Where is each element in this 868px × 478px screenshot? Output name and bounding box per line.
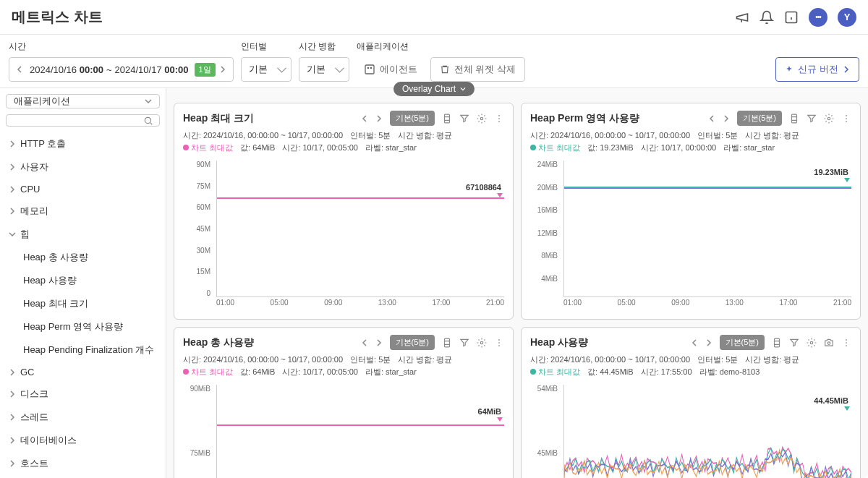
chart-plot[interactable]: 54MiB45MiB36MiB44.45MiB <box>530 385 851 478</box>
tree-parent-item[interactable]: 사용자 <box>6 155 160 179</box>
panel-next-button[interactable] <box>375 115 383 122</box>
tree-parent-item[interactable]: 힙 <box>6 223 160 246</box>
more-icon[interactable] <box>494 114 504 124</box>
more-icon[interactable] <box>841 114 851 124</box>
svg-point-14 <box>846 121 847 122</box>
tree-parent-item[interactable]: 데이터베이스 <box>6 429 160 452</box>
tree-item-label: 힙 <box>20 228 30 241</box>
meta-label: 라벨: star_star <box>365 367 417 377</box>
filter-icon[interactable] <box>789 338 799 348</box>
meta-value: 값: 64MiB <box>240 367 275 377</box>
toolbar-label-app: 애플리케이션 <box>357 40 525 53</box>
meta-max: 차트 최대값 <box>183 367 233 377</box>
time-prev-button[interactable] <box>12 59 27 80</box>
chart-plot[interactable]: 90MiB75MiB60MiB64MiB <box>183 385 504 478</box>
chart-callout-value: 19.23MiB <box>814 168 848 176</box>
tree-parent-item[interactable]: 디스크 <box>6 383 160 406</box>
panel-next-button[interactable] <box>375 339 383 346</box>
meta-interval: 인터벌: 5분 <box>697 354 738 365</box>
meta-time-at: 시간: 10/17, 00:00:00 <box>641 142 717 153</box>
overlay-chart-toggle[interactable]: Overlay Chart <box>393 82 475 96</box>
filter-icon[interactable] <box>807 114 817 124</box>
chevron-right-icon <box>9 437 16 444</box>
chevron-right-icon <box>9 369 16 376</box>
tree-child-item[interactable]: Heap 총 사용량 <box>6 246 160 269</box>
tree-parent-item[interactable]: 스레드 <box>6 406 160 429</box>
tree-child-item[interactable]: Heap Pending Finalization 개수 <box>6 338 160 362</box>
tree-parent-item[interactable]: CPU <box>6 179 160 200</box>
timer-icon[interactable] <box>772 338 782 348</box>
timer-icon[interactable] <box>789 114 799 124</box>
interval-badge: 기본(5분) <box>390 335 435 350</box>
panel-prev-button[interactable] <box>361 339 368 346</box>
filter-icon[interactable] <box>459 338 469 348</box>
chart-panels: Heap 최대 크기기본(5분)시간: 2024/10/16, 00:00:00… <box>166 88 868 478</box>
chat-icon[interactable]: ••• <box>809 8 827 27</box>
svg-point-9 <box>498 121 500 122</box>
meta-merge: 시간 병합: 평균 <box>398 354 452 365</box>
gear-icon[interactable] <box>824 114 834 124</box>
svg-point-23 <box>846 339 847 341</box>
chart-panel: Heap 총 사용량기본(5분)시간: 2024/10/16, 00:00:00… <box>174 327 514 478</box>
timer-icon[interactable] <box>442 338 452 348</box>
svg-point-11 <box>827 117 830 120</box>
svg-rect-15 <box>445 338 450 347</box>
tree-parent-item[interactable]: GC <box>6 362 160 383</box>
panel-prev-button[interactable] <box>361 115 368 122</box>
gear-icon[interactable] <box>807 338 817 348</box>
tree-child-item[interactable]: Heap 사용량 <box>6 269 160 292</box>
camera-icon[interactable] <box>824 338 834 348</box>
timer-icon[interactable] <box>442 114 452 124</box>
panel-prev-button[interactable] <box>708 115 715 122</box>
tree-item-label: Heap 최대 크기 <box>23 297 88 310</box>
meta-merge: 시간 병합: 평균 <box>745 354 799 365</box>
interval-select[interactable]: 기본 <box>241 57 292 82</box>
panel-title: Heap 최대 크기 <box>183 112 254 125</box>
tree-item-label: 사용자 <box>20 161 48 174</box>
scrollbar[interactable] <box>166 233 166 377</box>
time-to: 2024/10/17 00:00 <box>112 64 192 75</box>
category-select[interactable]: 애플리케이션 <box>6 94 160 108</box>
y-axis: 90M75M60M45M30M15M0 <box>183 161 213 297</box>
y-axis: 54MiB45MiB36MiB <box>530 385 561 478</box>
more-icon[interactable] <box>841 338 851 348</box>
panel-next-button[interactable] <box>705 339 712 346</box>
panel-prev-button[interactable] <box>691 339 698 346</box>
meta-time: 시간: 2024/10/16, 00:00:00 ~ 10/17, 00:00:… <box>530 354 690 365</box>
meta-value: 값: 64MiB <box>240 142 275 153</box>
interval-badge: 기본(5분) <box>390 111 435 126</box>
panel-next-button[interactable] <box>723 115 730 122</box>
tree-parent-item[interactable]: HTTP 호출 <box>6 132 160 155</box>
chart-plot[interactable]: 24MiB20MiB16MiB12MiB8MiB4MiB01:0005:0009… <box>530 161 851 312</box>
gear-icon[interactable] <box>477 114 487 124</box>
chevron-right-icon <box>9 460 16 467</box>
new-version-button[interactable]: 신규 버전 <box>775 57 859 82</box>
chart-plot[interactable]: 90M75M60M45M30M15M001:0005:0009:0013:001… <box>183 161 504 312</box>
info-box-icon[interactable] <box>784 10 799 25</box>
gear-icon[interactable] <box>477 338 487 348</box>
sidebar: 애플리케이션 HTTP 호출사용자CPU메모리힙Heap 총 사용량Heap 사… <box>0 88 166 478</box>
agent-button[interactable]: 에이전트 <box>357 57 425 82</box>
time-next-button[interactable] <box>216 59 230 80</box>
search-input[interactable] <box>12 115 143 126</box>
svg-point-24 <box>846 342 847 343</box>
header-icons: ••• Y <box>735 8 856 27</box>
delete-all-widgets-button[interactable]: 전체 위젯 삭제 <box>430 57 525 82</box>
bell-icon[interactable] <box>760 10 774 25</box>
avatar[interactable]: Y <box>838 8 856 27</box>
more-icon[interactable] <box>494 338 504 348</box>
tree-child-item[interactable]: Heap Perm 영역 사용량 <box>6 315 160 338</box>
tree-child-item[interactable]: Heap 최대 크기 <box>6 292 160 315</box>
svg-point-22 <box>827 341 830 344</box>
time-range-picker[interactable]: 2024/10/16 00:00 ~ 2024/10/17 00:00 1일 <box>9 57 234 82</box>
app-header: 메트릭스 차트 ••• Y <box>0 0 868 35</box>
meta-label: 라벨: star_star <box>365 142 417 153</box>
filter-icon[interactable] <box>459 114 469 124</box>
chevron-right-icon <box>9 390 16 398</box>
svg-point-3 <box>370 67 371 68</box>
merge-select[interactable]: 기본 <box>299 57 349 82</box>
tree-parent-item[interactable]: 호스트 <box>6 452 160 475</box>
announcement-icon[interactable] <box>735 10 749 25</box>
tree-parent-item[interactable]: 메모리 <box>6 200 160 223</box>
meta-max: 차트 최대값 <box>530 367 580 377</box>
